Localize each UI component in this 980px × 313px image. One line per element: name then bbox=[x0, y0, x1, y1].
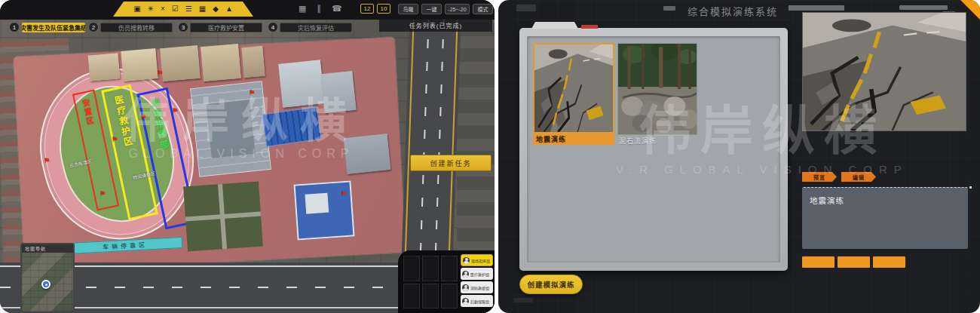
earthquake-thumbnail bbox=[533, 43, 614, 133]
close-icon[interactable]: × bbox=[161, 5, 165, 13]
left-screenshot-3d-map: 安置区 医疗救护区 现场指挥部 应急帐篷区 物资储备区 车辆停靠区 ⚑ ⚑ ⚑ … bbox=[0, 0, 495, 313]
step-tab-1[interactable]: 灾害发生及队伍紧急集结 bbox=[22, 23, 85, 32]
building bbox=[320, 71, 356, 113]
scenario-card-earthquake[interactable]: 地震演练 bbox=[533, 43, 614, 145]
scenario-description-title: 地震演练 bbox=[810, 195, 960, 206]
zoom-badge-12[interactable]: 12 bbox=[360, 4, 374, 14]
video-grid bbox=[403, 256, 458, 308]
roster-item-medical[interactable]: 医疗救护组 bbox=[461, 268, 493, 280]
minimap-panel[interactable]: 地图导航 bbox=[20, 243, 75, 313]
view-button-onekey[interactable]: 一键 bbox=[421, 4, 442, 14]
zoom-badge-10[interactable]: 10 bbox=[377, 4, 390, 14]
building bbox=[241, 46, 265, 78]
cracked-road-image-large bbox=[803, 13, 966, 130]
marker-flag-icon[interactable]: ⚑ bbox=[172, 107, 178, 115]
step-4-number: 4 bbox=[268, 22, 278, 32]
action-button-1[interactable] bbox=[802, 256, 835, 268]
network-icon[interactable]: ✳ bbox=[148, 5, 154, 13]
footer-decoration bbox=[513, 298, 533, 302]
mudslide-thumbnail bbox=[617, 43, 697, 135]
player-location-marker[interactable] bbox=[41, 280, 51, 289]
building bbox=[344, 133, 391, 174]
selected-scenario-preview bbox=[802, 12, 966, 131]
avatar bbox=[463, 257, 470, 264]
marker-flag-icon[interactable]: ⚑ bbox=[157, 69, 163, 77]
scenario-card-label: 地震演练 bbox=[533, 133, 614, 145]
dialog-folder-tab[interactable] bbox=[531, 22, 578, 29]
layers-icon[interactable]: ◆ bbox=[213, 5, 219, 13]
ribbon-tag-preview[interactable]: 预览 bbox=[802, 172, 837, 182]
step-1-number: 1 bbox=[9, 22, 20, 32]
building bbox=[160, 45, 201, 81]
edit-check-icon[interactable]: ☑ bbox=[172, 5, 179, 13]
chart-icon[interactable]: ▲ bbox=[225, 5, 233, 13]
building bbox=[121, 48, 158, 81]
video-cell[interactable] bbox=[403, 284, 420, 309]
step-3-number: 3 bbox=[178, 22, 188, 32]
video-feed-panel: 现场指挥组 医疗救护组 消防救援组 后勤保障组 bbox=[398, 250, 495, 313]
video-cell[interactable] bbox=[422, 284, 439, 309]
minimap-title: 地图导航 bbox=[22, 244, 73, 253]
header-decoration bbox=[516, 5, 536, 11]
action-button-3[interactable] bbox=[873, 256, 905, 268]
view-button-birdseye[interactable]: 鸟瞰 bbox=[398, 4, 418, 14]
ribbon-tag-edit[interactable]: 编辑 bbox=[841, 172, 876, 182]
roster-item-command[interactable]: 现场指挥组 bbox=[461, 254, 493, 266]
phone-icon[interactable]: ☎ bbox=[332, 4, 342, 14]
view-button-mode[interactable]: 模式 bbox=[473, 4, 493, 14]
marker-flag-icon[interactable]: ⚑ bbox=[249, 89, 255, 97]
window-controls: ▦ ∥ ☎ bbox=[299, 4, 342, 14]
building bbox=[201, 44, 241, 81]
unit-roster: 现场指挥组 医疗救护组 消防救援组 后勤保障组 bbox=[461, 254, 493, 307]
road-vertical bbox=[401, 16, 461, 268]
zone-resettlement-label: 安置区 bbox=[79, 98, 96, 127]
monitor-icon[interactable]: ▣ bbox=[133, 5, 140, 13]
building bbox=[88, 53, 121, 81]
step-tab-4[interactable]: 灾后恢复评估 bbox=[280, 23, 352, 32]
grid-icon[interactable]: ▦ bbox=[199, 5, 206, 13]
action-button-2[interactable] bbox=[838, 256, 870, 268]
video-cell[interactable] bbox=[441, 256, 458, 281]
dialog-red-chip bbox=[581, 25, 598, 29]
scenario-card-label: 泥石流演练 bbox=[617, 135, 697, 146]
pause-icon[interactable]: ∥ bbox=[317, 4, 321, 14]
header-decoration bbox=[663, 6, 675, 11]
video-cell[interactable] bbox=[422, 256, 439, 281]
avatar bbox=[462, 298, 469, 305]
avatar bbox=[462, 284, 469, 291]
right-screenshot-drill-system: 综合模拟演练系统 bbox=[498, 0, 980, 313]
grid-view-icon[interactable]: ▦ bbox=[299, 4, 306, 14]
step-tab-2[interactable]: 伤员搜救转移 bbox=[100, 23, 173, 32]
create-task-button[interactable]: 创建新任务 bbox=[410, 155, 492, 171]
building bbox=[278, 60, 325, 108]
marker-flag-icon[interactable]: ⚑ bbox=[100, 190, 106, 198]
app-title: 综合模拟演练系统 bbox=[688, 4, 778, 18]
minimap-map[interactable] bbox=[22, 253, 73, 311]
video-cell[interactable] bbox=[441, 284, 458, 309]
create-simulation-button[interactable]: 创建模拟演练 bbox=[519, 275, 583, 294]
step-2-number: 2 bbox=[88, 22, 99, 32]
marker-flag-icon[interactable]: ⚑ bbox=[44, 157, 50, 164]
roster-item-fire[interactable]: 消防救援组 bbox=[461, 281, 493, 293]
task-list-header: 任务列表(已完成) bbox=[379, 19, 492, 32]
video-cell[interactable] bbox=[403, 256, 420, 281]
zone-command-label: 现场指挥部 bbox=[148, 97, 171, 152]
avatar bbox=[462, 271, 469, 278]
marker-flag-icon[interactable]: ⚑ bbox=[140, 113, 146, 121]
list-icon[interactable]: ☰ bbox=[185, 5, 192, 13]
forest-rocks-image bbox=[618, 44, 697, 134]
tree-courtyard bbox=[183, 182, 263, 252]
roster-item-logistics[interactable]: 后勤保障组 bbox=[461, 295, 493, 307]
step-tab-3[interactable]: 医疗救护安置 bbox=[190, 23, 262, 32]
cracked-road-image bbox=[534, 44, 613, 132]
main-building-complex bbox=[190, 81, 271, 176]
view-button-range[interactable]: -25~-20 bbox=[445, 4, 470, 14]
city-blocks-east bbox=[457, 18, 495, 267]
scenario-card-mudslide[interactable]: 泥石流演练 bbox=[617, 43, 697, 146]
header-decoration bbox=[899, 5, 948, 10]
marker-flag-icon[interactable]: ⚑ bbox=[112, 136, 118, 143]
scenario-description-panel: 地震演练 bbox=[802, 187, 968, 249]
map-toolbar: ▣ ✳ × ☑ ☰ ▦ ◆ ▲ bbox=[113, 2, 253, 17]
marker-flag-icon[interactable]: ⚑ bbox=[341, 190, 347, 198]
header-decoration bbox=[789, 5, 844, 11]
